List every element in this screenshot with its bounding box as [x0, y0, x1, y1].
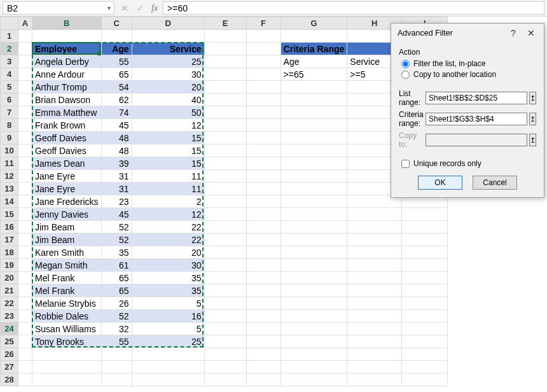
cell-E20[interactable] — [204, 272, 246, 284]
cell-E11[interactable] — [204, 157, 246, 170]
cell-D28[interactable] — [132, 374, 204, 386]
cell-F16[interactable] — [246, 221, 280, 234]
cell-E24[interactable] — [204, 323, 246, 335]
row-header-3[interactable]: 3 — [1, 55, 18, 68]
row-header-1[interactable]: 1 — [1, 30, 18, 43]
cell-G20[interactable] — [280, 272, 347, 284]
ok-button[interactable]: OK — [418, 176, 462, 190]
cell-B5[interactable]: Arthur Tromp — [32, 81, 102, 94]
col-header-B[interactable]: B — [32, 17, 102, 30]
cell-B28[interactable] — [32, 374, 102, 386]
row-header-5[interactable]: 5 — [1, 81, 18, 94]
dialog-titlebar[interactable]: Advanced Filter ? ✕ — [391, 24, 544, 43]
cell-G28[interactable] — [280, 374, 347, 386]
cell-G15[interactable] — [280, 208, 347, 221]
cell-A18[interactable] — [18, 246, 32, 259]
row-header-12[interactable]: 12 — [1, 170, 18, 183]
cell-C21[interactable]: 65 — [101, 284, 132, 297]
cell-C27[interactable] — [101, 361, 132, 374]
cell-I22[interactable] — [402, 297, 448, 310]
cell-H22[interactable] — [347, 297, 402, 310]
cell-F27[interactable] — [246, 361, 280, 374]
cell-D4[interactable]: 30 — [132, 68, 204, 81]
cell-G1[interactable] — [280, 30, 347, 43]
cell-D10[interactable]: 15 — [132, 144, 204, 157]
cell-E19[interactable] — [204, 259, 246, 272]
cell-A22[interactable] — [18, 297, 32, 310]
cell-F11[interactable] — [246, 157, 280, 170]
cell-H18[interactable] — [347, 246, 402, 259]
cell-C6[interactable]: 62 — [101, 94, 132, 106]
cell-H19[interactable] — [347, 259, 402, 272]
cell-E9[interactable] — [204, 132, 246, 144]
cell-C16[interactable]: 52 — [101, 221, 132, 234]
name-box-input[interactable] — [3, 3, 104, 13]
cell-E4[interactable] — [204, 68, 246, 81]
fx-icon[interactable]: fx — [151, 3, 158, 13]
row-header-26[interactable]: 26 — [1, 348, 18, 361]
formula-input[interactable] — [163, 3, 544, 13]
cell-I24[interactable] — [402, 323, 448, 335]
cell-D6[interactable]: 40 — [132, 94, 204, 106]
row-header-4[interactable]: 4 — [1, 68, 18, 81]
cell-F2[interactable] — [246, 43, 280, 55]
cell-B14[interactable]: Jane Fredericks — [32, 195, 102, 208]
close-icon[interactable]: ✕ — [522, 28, 540, 38]
copy-to-picker-icon[interactable]: ↥ — [529, 134, 536, 146]
cell-D19[interactable]: 30 — [132, 259, 204, 272]
cell-B16[interactable]: Jim Beam — [32, 221, 102, 234]
row-header-18[interactable]: 18 — [1, 246, 18, 259]
cell-C11[interactable]: 39 — [101, 157, 132, 170]
help-icon[interactable]: ? — [504, 28, 522, 38]
cell-B26[interactable] — [32, 348, 102, 361]
cell-I17[interactable] — [402, 234, 448, 246]
cell-C25[interactable]: 55 — [101, 335, 132, 348]
cell-F17[interactable] — [246, 234, 280, 246]
cell-C3[interactable]: 55 — [101, 55, 132, 68]
cell-I28[interactable] — [402, 374, 448, 386]
cell-A26[interactable] — [18, 348, 32, 361]
cell-B8[interactable]: Frank Brown — [32, 119, 102, 132]
cell-E23[interactable] — [204, 310, 246, 323]
row-header-9[interactable]: 9 — [1, 132, 18, 144]
cell-D24[interactable]: 5 — [132, 323, 204, 335]
cell-I21[interactable] — [402, 284, 448, 297]
cell-H17[interactable] — [347, 234, 402, 246]
cell-A10[interactable] — [18, 144, 32, 157]
cell-A23[interactable] — [18, 310, 32, 323]
row-header-7[interactable]: 7 — [1, 106, 18, 119]
row-header-6[interactable]: 6 — [1, 94, 18, 106]
col-header-C[interactable]: C — [101, 17, 132, 30]
row-header-11[interactable]: 11 — [1, 157, 18, 170]
row-header-8[interactable]: 8 — [1, 119, 18, 132]
cell-I23[interactable] — [402, 310, 448, 323]
cancel-button[interactable]: Cancel — [473, 176, 517, 190]
cell-C9[interactable]: 48 — [101, 132, 132, 144]
cell-G22[interactable] — [280, 297, 347, 310]
cell-B4[interactable]: Anne Ardour — [32, 68, 102, 81]
cell-A17[interactable] — [18, 234, 32, 246]
cell-A5[interactable] — [18, 81, 32, 94]
unique-records-checkbox[interactable] — [401, 160, 410, 168]
cell-D13[interactable]: 11 — [132, 183, 204, 195]
cell-C5[interactable]: 54 — [101, 81, 132, 94]
cell-D18[interactable]: 20 — [132, 246, 204, 259]
cell-B19[interactable]: Megan Smith — [32, 259, 102, 272]
cell-B9[interactable]: Geoff Davies — [32, 132, 102, 144]
cell-D14[interactable]: 2 — [132, 195, 204, 208]
cell-E25[interactable] — [204, 335, 246, 348]
cell-B1[interactable] — [32, 30, 102, 43]
cell-H28[interactable] — [347, 374, 402, 386]
row-header-22[interactable]: 22 — [1, 297, 18, 310]
cell-B10[interactable]: Geoff Davies — [32, 144, 102, 157]
cell-E21[interactable] — [204, 284, 246, 297]
cell-B17[interactable]: Jim Beam — [32, 234, 102, 246]
cell-E10[interactable] — [204, 144, 246, 157]
cell-A28[interactable] — [18, 374, 32, 386]
cell-C22[interactable]: 26 — [101, 297, 132, 310]
cell-F9[interactable] — [246, 132, 280, 144]
cell-F5[interactable] — [246, 81, 280, 94]
row-header-16[interactable]: 16 — [1, 221, 18, 234]
cell-F14[interactable] — [246, 195, 280, 208]
cell-H15[interactable] — [347, 208, 402, 221]
